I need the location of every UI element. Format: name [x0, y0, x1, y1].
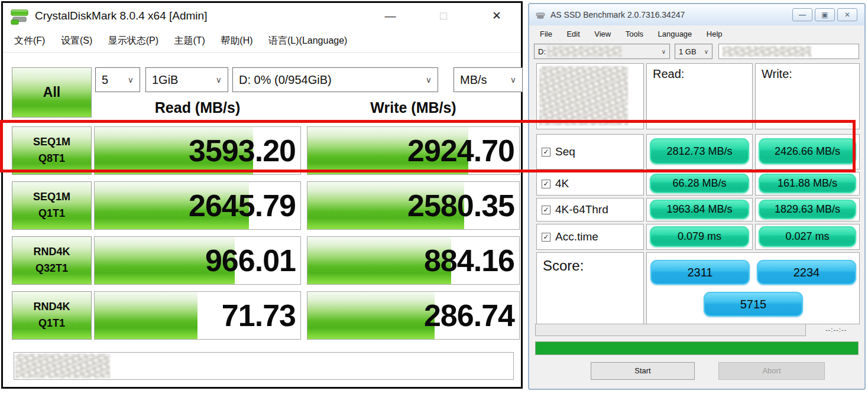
- acctime-checkbox[interactable]: ✓: [542, 233, 550, 242]
- cdm-menubar: 文件(F) 设置(S) 显示状态(P) 主题(T) 帮助(H) 语言(L)(La…: [3, 30, 521, 53]
- all-test-button[interactable]: All: [12, 67, 92, 118]
- write-header-cell: Write:: [755, 63, 860, 129]
- crystaldiskmark-window: CrystalDiskMark 8.0.4 x64 [Admin] — □ ✕ …: [1, 1, 523, 389]
- write-column-header: Write (MB/s): [307, 96, 520, 119]
- write-value: 884.16: [424, 237, 514, 284]
- acctime-test-label-cell: ✓ Acc.time: [536, 224, 644, 250]
- progress-bar: [535, 324, 806, 336]
- chevron-down-icon: ∨: [211, 75, 222, 84]
- ssd-menubar: File Edit View Tools Language Help: [530, 27, 863, 42]
- read-header-cell: Read:: [646, 63, 753, 129]
- minimize-icon: —: [799, 11, 806, 19]
- target-drive-dropdown[interactable]: D: 0% (0/954GiB) ∨: [232, 67, 438, 92]
- write-result-cell: 2924.70: [307, 126, 520, 175]
- result-pill: 0.079 ms: [650, 226, 749, 247]
- result-pill: 0.027 ms: [759, 226, 856, 247]
- table-row: SEQ1MQ8T1 3593.20 2924.70: [3, 126, 521, 175]
- total-score-pill: 5715: [704, 292, 803, 317]
- menu-help[interactable]: Help: [701, 27, 728, 42]
- table-row: RND4KQ32T1 966.01 884.16: [3, 236, 521, 285]
- ssd-titlebar: AS SSD Benchmark 2.0.7316.34247 — ▣ ✕: [529, 4, 864, 25]
- menu-help[interactable]: 帮助(H): [214, 30, 259, 51]
- redacted-drive-model: [723, 46, 811, 57]
- menu-theme[interactable]: 主题(T): [167, 30, 211, 51]
- crystaldiskmark-app-icon: [11, 8, 28, 25]
- test-size-dropdown[interactable]: 1GiB ∨: [145, 67, 228, 92]
- menu-file[interactable]: 文件(F): [8, 30, 51, 51]
- menu-language[interactable]: Language: [652, 27, 698, 42]
- row-label: 4K-64Thrd: [555, 203, 608, 216]
- test-button-rnd4k-q32t1[interactable]: RND4KQ32T1: [12, 236, 92, 285]
- result-pill: 161.88 MB/s: [759, 174, 856, 193]
- unit-dropdown[interactable]: MB/s ∨: [454, 67, 523, 92]
- write-value: 2580.35: [407, 182, 514, 229]
- menu-language[interactable]: 语言(L)(Language): [262, 30, 354, 51]
- as-ssd-benchmark-window: AS SSD Benchmark 2.0.7316.34247 — ▣ ✕ Fi…: [528, 3, 866, 390]
- score-values-cell: 2311 2234 5715: [646, 252, 860, 324]
- menu-view-status[interactable]: 显示状态(P): [102, 30, 165, 51]
- menu-settings[interactable]: 设置(S): [54, 30, 99, 51]
- 4k-checkbox[interactable]: ✓: [542, 180, 550, 188]
- write-score-pill: 2234: [757, 260, 856, 285]
- read-score-pill: 2311: [650, 260, 750, 285]
- write-result-cell: 1829.63 MB/s: [755, 198, 860, 222]
- result-pill: 1829.63 MB/s: [759, 200, 856, 219]
- chevron-down-icon: ∨: [506, 75, 516, 84]
- menu-tools[interactable]: Tools: [620, 27, 649, 42]
- read-result-cell: 966.01: [94, 236, 301, 285]
- test-button-seq1m-q1t1[interactable]: SEQ1MQ1T1: [12, 181, 92, 230]
- write-column-header: Write:: [756, 64, 859, 81]
- chevron-down-icon: ∨: [701, 48, 708, 55]
- check-icon: ✓: [543, 233, 549, 241]
- 4k64thrd-checkbox[interactable]: ✓: [542, 206, 550, 214]
- test-size-dropdown[interactable]: 1 GB ∨: [675, 44, 712, 59]
- write-result-cell: 0.027 ms: [755, 224, 860, 250]
- maximize-icon: □: [440, 9, 446, 22]
- menu-file[interactable]: File: [534, 27, 558, 42]
- window-title: AS SSD Benchmark 2.0.7316.34247: [550, 4, 685, 25]
- read-result-cell: 1963.84 MB/s: [646, 198, 753, 222]
- result-pill: 66.28 MB/s: [650, 174, 749, 193]
- write-value: 286.74: [424, 292, 514, 339]
- write-result-cell: 286.74: [307, 291, 520, 340]
- abort-button[interactable]: Abort: [718, 362, 825, 380]
- maximize-button[interactable]: □: [426, 3, 461, 29]
- result-pill: 2426.66 MB/s: [759, 138, 856, 164]
- write-result-cell: 2426.66 MB/s: [755, 134, 860, 170]
- chevron-down-icon: ∨: [123, 75, 134, 84]
- minimize-button[interactable]: —: [373, 3, 407, 29]
- test-count-dropdown[interactable]: 5 ∨: [95, 67, 140, 92]
- score-label: Score:: [537, 253, 643, 274]
- menu-edit[interactable]: Edit: [561, 27, 585, 42]
- write-result-cell: 884.16: [307, 236, 520, 285]
- seq-checkbox[interactable]: ✓: [542, 148, 550, 157]
- time-remaining: --:--:--: [812, 324, 860, 336]
- read-column-header: Read (MB/s): [94, 96, 301, 119]
- result-pill: 1963.84 MB/s: [650, 200, 749, 219]
- table-row: SEQ1MQ1T1 2645.79 2580.35: [3, 181, 521, 230]
- read-value: 966.01: [205, 237, 296, 284]
- 4k-test-label-cell: ✓ 4K: [536, 172, 644, 196]
- close-icon: ✕: [844, 11, 850, 19]
- close-button[interactable]: ✕: [480, 3, 514, 29]
- read-value: 71.73: [222, 292, 296, 339]
- read-result-cell: 66.28 MB/s: [646, 172, 753, 196]
- menu-view[interactable]: View: [588, 27, 617, 42]
- restore-button[interactable]: ▣: [815, 8, 835, 21]
- start-button[interactable]: Start: [591, 362, 695, 380]
- row-label: Acc.time: [555, 230, 598, 243]
- write-result-cell: 161.88 MB/s: [755, 172, 860, 196]
- minimize-icon: —: [385, 9, 396, 22]
- test-button-seq1m-q8t1[interactable]: SEQ1MQ8T1: [12, 126, 92, 175]
- drive-logo-cell: [536, 63, 644, 129]
- write-result-cell: 2580.35: [307, 181, 520, 230]
- minimize-button[interactable]: —: [792, 8, 812, 21]
- drive-select-dropdown[interactable]: D: ∨: [534, 44, 670, 59]
- read-value: 2645.79: [189, 182, 296, 229]
- window-title: CrystalDiskMark 8.0.4 x64 [Admin]: [35, 3, 207, 29]
- table-row: RND4KQ1T1 71.73 286.74: [3, 291, 521, 340]
- close-button[interactable]: ✕: [837, 8, 857, 21]
- as-ssd-app-icon: [535, 9, 546, 20]
- test-button-rnd4k-q1t1[interactable]: RND4KQ1T1: [12, 291, 92, 340]
- restore-icon: ▣: [821, 11, 828, 19]
